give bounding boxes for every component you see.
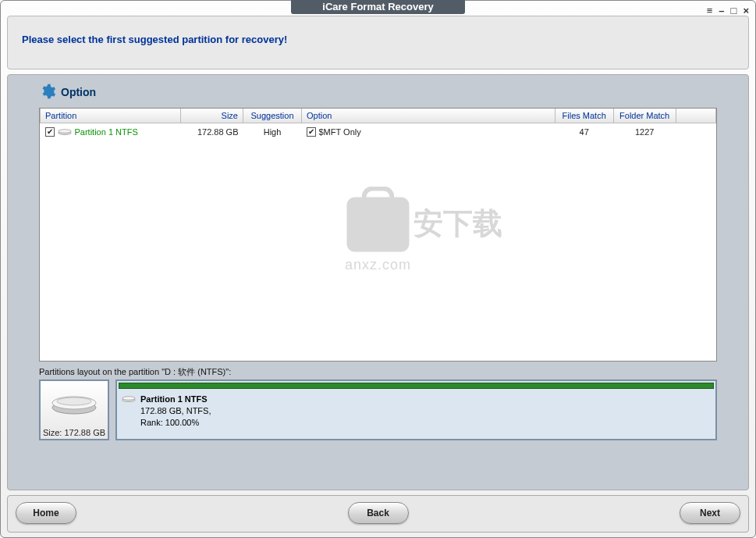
layout-row: Size: 172.88 GB Partition 1 NTFS 172.88 … — [39, 379, 717, 440]
partition-bar — [119, 383, 714, 389]
svg-point-1 — [58, 130, 71, 134]
option-cell: ✔ $MFT Only — [307, 127, 551, 137]
app-window: iCare Format Recovery ≡ – □ × Please sel… — [0, 0, 756, 538]
bottom-bar: Home Back Next — [7, 495, 749, 533]
gear-icon — [39, 83, 56, 102]
window-controls: ≡ – □ × — [707, 7, 749, 15]
cell-folders: 1227 — [613, 123, 676, 141]
minimize-icon[interactable]: – — [719, 7, 724, 15]
col-folder-match[interactable]: Folder Match — [613, 109, 676, 123]
svg-point-4 — [57, 397, 91, 405]
maximize-icon[interactable]: □ — [731, 7, 737, 15]
row-checkbox[interactable]: ✔ — [45, 127, 55, 137]
watermark-cn: 安下载 — [413, 203, 502, 243]
option-title: Option — [61, 86, 96, 98]
cell-files: 47 — [555, 123, 613, 141]
home-button[interactable]: Home — [16, 502, 76, 524]
window-title: iCare Format Recovery — [291, 0, 464, 14]
hdd-icon — [51, 384, 98, 415]
partition-block[interactable]: Partition 1 NTFS 172.88 GB, NTFS, Rank: … — [115, 379, 717, 440]
drive-size: Size: 172.88 GB — [43, 428, 105, 437]
pb-title: Partition 1 NTFS — [140, 394, 211, 405]
col-option[interactable]: Option — [302, 109, 555, 123]
cell-size: 172.88 GB — [181, 123, 243, 141]
watermark: 安下载 anxz.com — [345, 197, 411, 273]
cell-suggestion: High — [243, 123, 302, 141]
close-icon[interactable]: × — [743, 7, 749, 15]
partition-table: Partition Size Suggestion Option Files M… — [39, 108, 717, 362]
option-checkbox[interactable]: ✔ — [307, 127, 316, 137]
svg-point-6 — [122, 397, 136, 401]
partition-cell: ✔ Partition 1 NTFS — [45, 126, 176, 137]
col-partition[interactable]: Partition — [41, 109, 181, 123]
layout-label: Partitions layout on the partition "D : … — [39, 366, 717, 378]
col-files-match[interactable]: Files Match — [555, 109, 613, 123]
pb-line3: Rank: 100.00% — [140, 417, 211, 429]
menu-icon[interactable]: ≡ — [707, 7, 713, 15]
back-button[interactable]: Back — [348, 502, 409, 524]
instruction-bar: Please select the first suggested partit… — [7, 16, 749, 69]
table-header-row: Partition Size Suggestion Option Files M… — [41, 109, 716, 123]
drive-icon — [122, 394, 136, 404]
col-size[interactable]: Size — [181, 109, 243, 123]
drive-box[interactable]: Size: 172.88 GB — [39, 379, 109, 440]
instruction-text: Please select the first suggested partit… — [22, 34, 734, 45]
main-pane: Option Partition Size Suggestion Option … — [7, 74, 749, 490]
col-spacer — [676, 109, 715, 123]
partition-name: Partition 1 NTFS — [75, 127, 138, 137]
drive-icon — [58, 126, 72, 137]
option-header: Option — [39, 83, 717, 102]
pb-line2: 172.88 GB, NTFS, — [140, 405, 211, 417]
table-row[interactable]: ✔ Partition 1 NTFS 172.88 GB High ✔ — [41, 123, 716, 141]
col-suggestion[interactable]: Suggestion — [243, 109, 302, 123]
option-text: $MFT Only — [319, 127, 361, 137]
next-button[interactable]: Next — [680, 502, 740, 524]
titlebar: iCare Format Recovery ≡ – □ × — [1, 1, 755, 11]
partition-details: Partition 1 NTFS 172.88 GB, NTFS, Rank: … — [140, 394, 211, 429]
watermark-url: anxz.com — [345, 256, 411, 273]
